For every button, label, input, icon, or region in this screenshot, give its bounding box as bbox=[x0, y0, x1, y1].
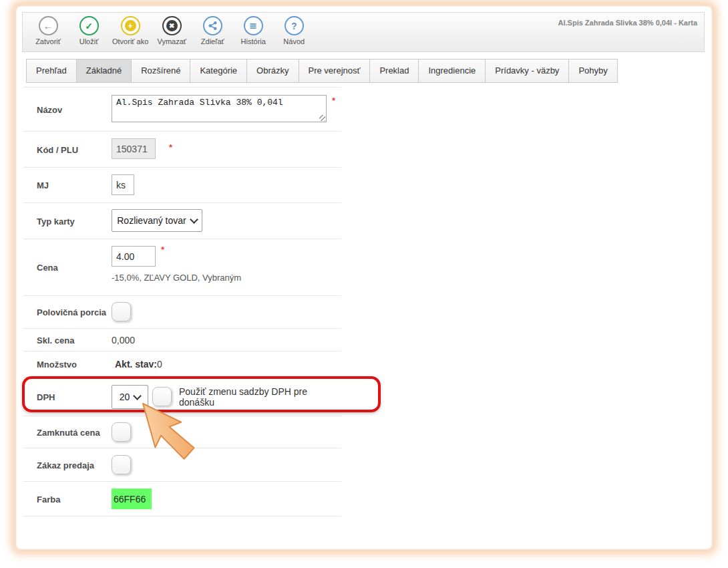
chevron-down-icon bbox=[133, 392, 142, 400]
tab-zakladne[interactable]: Základné bbox=[76, 59, 132, 83]
kod-required-asterisk: * bbox=[169, 142, 172, 152]
cena-discount-note: -15,0%, ZĽAVY GOLD, Vybraným bbox=[112, 273, 241, 283]
mj-label: MJ bbox=[37, 180, 49, 190]
row-typ-karty: Typ karty Rozlievaný tovar bbox=[23, 203, 341, 239]
back-arrow-icon: ← bbox=[39, 16, 58, 35]
akt-stav-value: 0 bbox=[157, 359, 162, 370]
delete-button[interactable]: ✖ Vymazať bbox=[154, 16, 189, 45]
guide-button[interactable]: ? Návod bbox=[277, 16, 311, 45]
row-dph: DPH 20 Použiť zmenu sadzby DPH pre donáš… bbox=[23, 378, 341, 416]
tab-prehlad[interactable]: Prehľad bbox=[26, 59, 77, 83]
cena-input[interactable] bbox=[112, 246, 156, 267]
zamknuta-cena-checkbox[interactable] bbox=[112, 422, 131, 442]
save-button[interactable]: ✓ Uložiť bbox=[71, 16, 106, 45]
skl-cena-value: 0,000 bbox=[112, 335, 135, 345]
mnozstvo-label: Množstvo bbox=[37, 360, 77, 370]
dph-donaska-checkbox-label: Použiť zmenu sadzby DPH pre donášku bbox=[179, 386, 341, 408]
zakaz-predaja-label: Zákaz predaja bbox=[37, 460, 94, 470]
farba-label: Farba bbox=[37, 494, 60, 504]
akt-stav-label: Akt. stav: bbox=[115, 359, 157, 370]
zakaz-predaja-checkbox[interactable] bbox=[112, 455, 131, 474]
share-icon bbox=[203, 16, 222, 35]
cena-required-asterisk: * bbox=[161, 245, 164, 255]
dph-selected-value: 20 bbox=[120, 392, 130, 402]
tab-pre-verejnost[interactable]: Pre verejnosť bbox=[299, 59, 371, 83]
nazov-textarea[interactable] bbox=[112, 95, 327, 122]
row-farba: Farba 66FF66 bbox=[23, 482, 341, 517]
dph-select[interactable]: 20 bbox=[112, 385, 148, 409]
typ-karty-selected-value: Rozlievaný tovar bbox=[117, 215, 186, 226]
mj-input[interactable] bbox=[112, 174, 134, 195]
cena-label: Cena bbox=[37, 263, 58, 273]
plus-icon: + bbox=[121, 16, 140, 35]
toolbar: Al.Spis Zahrada Slivka 38% 0,04l - Karta… bbox=[22, 12, 705, 52]
toolbar-buttons: ← Zatvoriť ✓ Uložiť + Otvoriť ako ✖ Vyma… bbox=[23, 13, 704, 45]
row-zakaz-predaja: Zákaz predaja bbox=[23, 448, 341, 482]
card-form: Názov * Kód / PLU * MJ Typ karty Rozliev… bbox=[23, 87, 341, 517]
guide-button-label: Návod bbox=[283, 37, 305, 45]
tab-pridavky-vazby[interactable]: Prídavky - väzby bbox=[485, 59, 569, 83]
delete-button-label: Vymazať bbox=[158, 37, 186, 45]
typ-karty-label: Typ karty bbox=[37, 216, 75, 226]
dph-label: DPH bbox=[37, 392, 55, 402]
row-mj: MJ bbox=[23, 168, 341, 203]
open-as-button[interactable]: + Otvoriť ako bbox=[112, 16, 148, 45]
close-button[interactable]: ← Zatvoriť bbox=[31, 16, 65, 45]
tab-obrazky[interactable]: Obrázky bbox=[246, 59, 299, 83]
typ-karty-select[interactable]: Rozlievaný tovar bbox=[112, 209, 202, 232]
farba-color-swatch[interactable]: 66FF66 bbox=[112, 488, 152, 509]
share-button[interactable]: Zdieľať bbox=[195, 16, 230, 45]
row-polovicna-porcia: Polovičná porcia bbox=[23, 296, 341, 329]
tab-pohyby[interactable]: Pohyby bbox=[568, 59, 617, 83]
history-button-label: História bbox=[241, 37, 266, 45]
zamknuta-cena-label: Zamknutá cena bbox=[37, 427, 100, 437]
tab-ingrediencie[interactable]: Ingrediencie bbox=[418, 59, 486, 83]
row-cena: Cena * -15,0%, ZĽAVY GOLD, Vybraným bbox=[23, 239, 341, 296]
check-icon: ✓ bbox=[79, 16, 99, 35]
row-kod-plu: Kód / PLU * bbox=[23, 132, 341, 168]
close-button-label: Zatvoriť bbox=[35, 37, 61, 45]
chevron-down-icon bbox=[190, 215, 198, 224]
app-page: Al.Spis Zahrada Slivka 38% 0,04l - Karta… bbox=[17, 7, 711, 549]
share-button-label: Zdieľať bbox=[201, 37, 224, 45]
polovicna-porcia-checkbox[interactable] bbox=[112, 302, 131, 321]
tab-rozsirene[interactable]: Rozšírené bbox=[131, 59, 190, 83]
nazov-label: Názov bbox=[37, 104, 62, 114]
row-nazov: Názov * bbox=[23, 88, 341, 132]
kod-plu-input[interactable] bbox=[112, 138, 156, 159]
open-as-button-label: Otvoriť ako bbox=[112, 37, 148, 45]
nazov-required-asterisk: * bbox=[332, 96, 335, 106]
history-button[interactable]: História bbox=[236, 16, 270, 45]
row-zamknuta-cena: Zamknutá cena bbox=[23, 416, 341, 448]
delete-x-icon: ✖ bbox=[162, 16, 182, 35]
skl-cena-label: Skl. cena bbox=[37, 335, 74, 345]
screenshot-frame: Al.Spis Zahrada Slivka 38% 0,04l - Karta… bbox=[0, 0, 728, 568]
tab-kategorie[interactable]: Kategórie bbox=[190, 59, 247, 83]
save-button-label: Uložiť bbox=[79, 37, 99, 45]
list-icon bbox=[244, 16, 263, 35]
question-icon: ? bbox=[285, 16, 304, 35]
kod-plu-label: Kód / PLU bbox=[37, 144, 78, 154]
card-title: Al.Spis Zahrada Slivka 38% 0,04l - Karta bbox=[558, 19, 697, 27]
row-mnozstvo: Množstvo Akt. stav: 0 bbox=[23, 351, 341, 378]
dph-donaska-checkbox[interactable] bbox=[152, 387, 172, 406]
tab-preklad[interactable]: Preklad bbox=[369, 59, 419, 83]
row-skl-cena: Skl. cena 0,000 bbox=[23, 329, 341, 351]
tab-bar: Prehľad Základné Rozšírené Kategórie Obr… bbox=[27, 59, 618, 83]
polovicna-porcia-label: Polovičná porcia bbox=[37, 307, 106, 317]
